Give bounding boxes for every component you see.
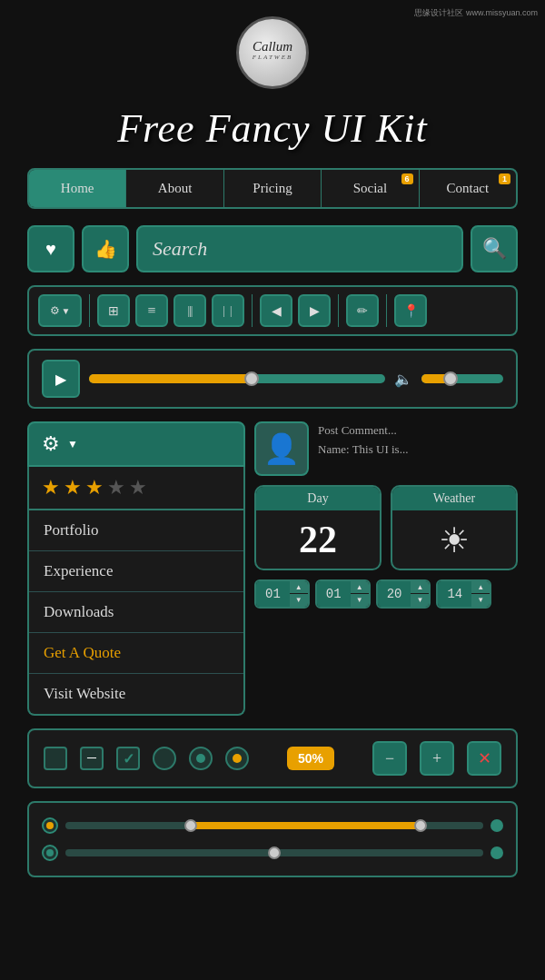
play-button[interactable]: ▶ xyxy=(42,360,80,398)
spinner-1: 01 ▲ ▼ xyxy=(254,579,310,609)
avatar: 👤 xyxy=(254,421,309,476)
spinner-2-up[interactable]: ▲ xyxy=(351,581,369,594)
sliders-section xyxy=(27,801,518,877)
radio-empty[interactable] xyxy=(153,747,176,770)
widgets-row: Day 22 Weather ☀ xyxy=(254,485,518,570)
spinner-4-up[interactable]: ▲ xyxy=(471,581,490,594)
star-1[interactable]: ★ xyxy=(42,476,60,500)
social-badge: 6 xyxy=(401,173,413,184)
pin-button[interactable]: 📍 xyxy=(394,294,427,327)
menu-item-experience[interactable]: Experience xyxy=(29,551,243,592)
grid2-button[interactable]: | | xyxy=(212,294,244,327)
slider1-fill xyxy=(191,822,421,829)
nav-label-social: Social xyxy=(353,181,388,195)
next-button[interactable]: ▶ xyxy=(298,294,331,327)
slider-row-2 xyxy=(42,845,503,861)
spinner-4-down[interactable]: ▼ xyxy=(471,594,490,607)
star-2[interactable]: ★ xyxy=(64,476,82,500)
slider1-handle-right[interactable] xyxy=(414,819,427,832)
day-widget-value: 22 xyxy=(256,510,380,569)
plus-icon: + xyxy=(432,749,441,768)
spinner-3-value: 20 xyxy=(378,581,411,607)
settings-dropdown[interactable]: ⚙ ▼ xyxy=(27,421,245,467)
menu-item-downloads[interactable]: Downloads xyxy=(29,592,243,633)
nav-item-pricing[interactable]: Pricing xyxy=(224,170,322,207)
volume-icon: 🔈 xyxy=(394,371,412,388)
spinner-3-up[interactable]: ▲ xyxy=(411,581,429,594)
thumbs-up-icon: 👍 xyxy=(94,238,117,260)
close-icon: ✕ xyxy=(478,748,491,768)
checkbox-dash[interactable] xyxy=(80,747,104,770)
controls-row: 50% − + ✕ xyxy=(27,728,518,788)
radio-dot[interactable] xyxy=(225,747,249,770)
nav-item-social[interactable]: Social 6 xyxy=(322,170,419,207)
spinner-3-down[interactable]: ▼ xyxy=(411,594,429,607)
comment-row: 👤 Post Comment... Name: This UI is... xyxy=(254,421,518,476)
search-button[interactable]: 🔍 xyxy=(471,225,518,272)
slider2-handle[interactable] xyxy=(268,846,281,859)
minus-icon: − xyxy=(385,749,394,768)
spinner-4-value: 14 xyxy=(438,581,471,607)
logo-circle: Callum FLATWEB xyxy=(236,16,309,89)
dropdown-arrow-icon: ▼ xyxy=(62,306,71,316)
gear-dropdown-button[interactable]: ⚙ ▼ xyxy=(38,294,82,327)
grid4-button[interactable]: ⊞ xyxy=(97,294,130,327)
slider1-handle-left[interactable] xyxy=(184,819,197,832)
like-button[interactable]: 👍 xyxy=(82,225,129,272)
stars-row: ★ ★ ★ ★ ★ xyxy=(27,467,245,510)
star-5[interactable]: ★ xyxy=(129,476,147,500)
spinner-3-arrows: ▲ ▼ xyxy=(411,581,429,607)
heart-button[interactable]: ♥ xyxy=(27,225,74,272)
player-row: ▶ 🔈 xyxy=(27,349,518,409)
checkbox-checked[interactable] xyxy=(116,747,140,770)
menu-item-quote[interactable]: Get A Quote xyxy=(29,633,243,674)
slider1-track[interactable] xyxy=(65,822,483,829)
star-4[interactable]: ★ xyxy=(107,476,125,500)
menu-item-portfolio[interactable]: Portfolio xyxy=(29,510,243,551)
nav-item-home[interactable]: Home xyxy=(29,170,126,207)
settings-gear-icon: ⚙ xyxy=(42,432,60,456)
star-3[interactable]: ★ xyxy=(85,476,104,500)
spinner-1-up[interactable]: ▲ xyxy=(290,581,308,594)
list-button[interactable]: ≡ xyxy=(135,294,168,327)
progress-thumb[interactable] xyxy=(244,371,259,386)
plus-button[interactable]: + xyxy=(420,741,454,776)
spinner-1-down[interactable]: ▼ xyxy=(290,594,308,607)
menu-label-quote: Get A Quote xyxy=(44,644,121,661)
settings-dropdown-arrow: ▼ xyxy=(67,438,78,451)
volume-thumb[interactable] xyxy=(443,371,458,386)
comment-text[interactable]: Post Comment... Name: This UI is... xyxy=(318,421,408,460)
radio-filled[interactable] xyxy=(189,747,213,770)
prev-button[interactable]: ◀ xyxy=(260,294,292,327)
slider2-end xyxy=(490,846,503,859)
menu-label-portfolio: Portfolio xyxy=(44,521,98,539)
volume-track[interactable] xyxy=(421,374,503,383)
spinner-2-value: 01 xyxy=(317,581,351,607)
progress-track[interactable] xyxy=(89,374,385,383)
checkbox-empty[interactable] xyxy=(44,747,67,770)
spinner-2-down[interactable]: ▼ xyxy=(351,594,369,607)
avatar-icon: 👤 xyxy=(263,431,300,466)
sun-icon: ☀ xyxy=(439,521,470,559)
nav-label-about: About xyxy=(158,181,193,195)
minus-button[interactable]: − xyxy=(372,741,407,776)
toolbar-separator-3 xyxy=(338,294,339,327)
spinner-3: 20 ▲ ▼ xyxy=(376,579,431,609)
logo-name-text: Callum xyxy=(253,39,292,54)
left-panel: ⚙ ▼ ★ ★ ★ ★ ★ Portfolio Experience Downl… xyxy=(27,421,245,716)
grid3-button[interactable]: ||| xyxy=(173,294,206,327)
edit-button[interactable]: ✏ xyxy=(346,294,379,327)
grid4-icon: ⊞ xyxy=(108,303,119,319)
nav-label-contact: Contact xyxy=(447,181,490,195)
nav-label-pricing: Pricing xyxy=(253,181,292,195)
menu-item-visit[interactable]: Visit Website xyxy=(29,674,243,714)
nav-item-contact[interactable]: Contact 1 xyxy=(420,170,516,207)
close-button[interactable]: ✕ xyxy=(467,741,501,776)
slider2-track[interactable] xyxy=(65,849,483,856)
toolbar-separator-4 xyxy=(386,294,387,327)
search-row: ♥ 👍 Search 🔍 xyxy=(27,225,518,272)
day-widget-header: Day xyxy=(256,487,380,510)
nav-item-about[interactable]: About xyxy=(126,170,223,207)
middle-section: ⚙ ▼ ★ ★ ★ ★ ★ Portfolio Experience Downl… xyxy=(27,421,518,716)
search-input[interactable]: Search xyxy=(136,225,463,272)
